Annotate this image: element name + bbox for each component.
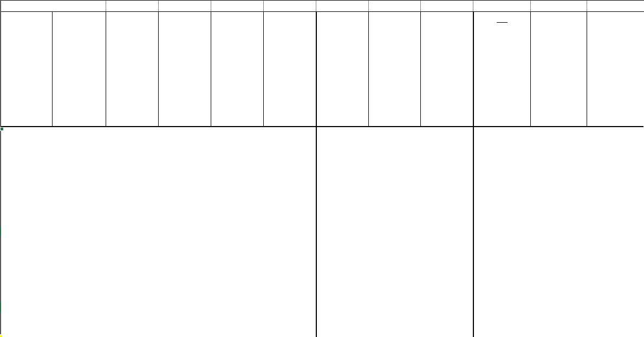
row-header-selection-fragment	[0, 301, 1, 313]
header-place-dipslides[interactable]	[106, 12, 159, 127]
sheet-left-edge	[0, 0, 1, 334]
header-date-collected[interactable]	[316, 12, 369, 127]
check1-title	[497, 22, 508, 23]
fill-handle[interactable]	[0, 127, 4, 131]
title-row	[0, 0, 644, 12]
spreadsheet	[0, 0, 644, 337]
thick-column-divider	[473, 12, 474, 337]
header-fill-container[interactable]	[53, 12, 106, 127]
header-date-incubator[interactable]	[421, 12, 473, 127]
header-bacteria-sign[interactable]	[531, 12, 587, 127]
header-run-water[interactable]	[0, 12, 53, 127]
thick-column-divider	[316, 12, 317, 337]
header-check-ph[interactable]	[264, 12, 316, 127]
header-write-date[interactable]	[159, 12, 211, 127]
header-resin-filters[interactable]	[369, 12, 421, 127]
header-outlook-reminder[interactable]	[211, 12, 264, 127]
header-check1[interactable]	[473, 12, 531, 127]
header-appearance-change[interactable]	[587, 12, 643, 127]
title-cell[interactable]	[0, 1, 106, 11]
row-header-selection-fragment	[0, 227, 1, 236]
header-row	[0, 12, 644, 127]
